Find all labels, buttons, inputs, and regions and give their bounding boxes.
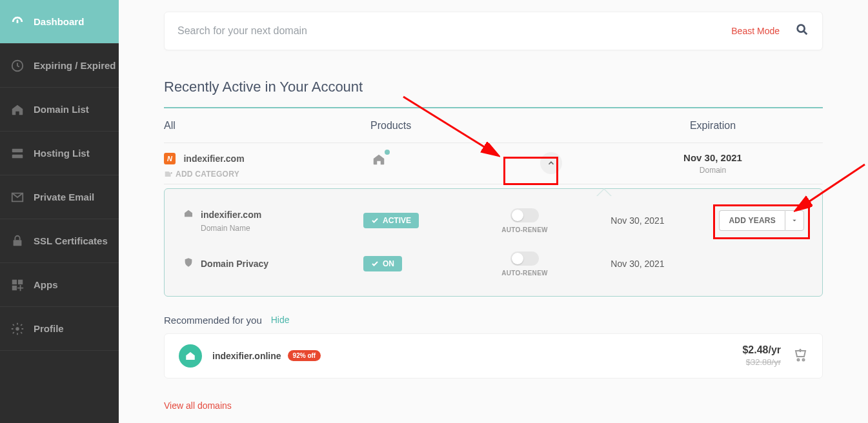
auto-renew-label: AUTO-RENEW xyxy=(479,226,570,233)
reco-domain[interactable]: indexifier.online xyxy=(212,351,281,361)
check-icon xyxy=(371,260,379,268)
svg-point-9 xyxy=(798,359,800,360)
sidebar-label: Dashboard xyxy=(34,16,84,27)
panel-row-domain: indexifier.com Domain Name ACTIVE AUTO-R… xyxy=(183,202,804,239)
lock-icon xyxy=(10,234,25,248)
svg-rect-5 xyxy=(18,279,23,284)
svg-rect-3 xyxy=(14,240,22,246)
annotation-arrow xyxy=(791,161,868,219)
apps-icon xyxy=(10,278,25,292)
panel-privacy-name[interactable]: Domain Privacy xyxy=(201,259,268,269)
auto-renew-toggle[interactable] xyxy=(510,251,539,266)
svg-rect-1 xyxy=(12,148,23,152)
search-bar: Beast Mode xyxy=(164,12,823,50)
status-label: ON xyxy=(383,259,394,268)
hide-link[interactable]: Hide xyxy=(271,315,290,325)
product-icon xyxy=(370,152,387,169)
add-to-cart-button[interactable] xyxy=(792,347,808,365)
reco-icon xyxy=(179,344,202,368)
sidebar-label: SSL Certificates xyxy=(34,235,108,246)
sidebar-label: Apps xyxy=(34,279,58,290)
sidebar-item-ssl[interactable]: SSL Certificates xyxy=(0,219,119,263)
price-old: $32.88/yr xyxy=(742,357,781,367)
domain-name[interactable]: indexifier.com xyxy=(183,153,244,164)
sidebar-label: Hosting List xyxy=(34,148,90,159)
panel-domain-name[interactable]: indexifier.com xyxy=(201,210,261,220)
sidebar-label: Profile xyxy=(34,323,64,334)
annotation-arrow xyxy=(400,93,510,164)
sidebar-item-domain-list[interactable]: Domain List xyxy=(0,88,119,132)
sidebar-item-dashboard[interactable]: Dashboard xyxy=(0,0,119,44)
svg-rect-4 xyxy=(12,279,17,284)
add-category-button[interactable]: ADD CATEGORY xyxy=(164,170,370,179)
svg-line-11 xyxy=(403,97,497,155)
price-now: $2.48/yr xyxy=(742,344,781,356)
shield-icon xyxy=(183,257,194,270)
panel-date: Nov 30, 2021 xyxy=(570,259,705,269)
sidebar-item-apps[interactable]: Apps xyxy=(0,263,119,307)
panel-row-privacy: Domain Privacy ON AUTO-RENEW Nov 30, 202… xyxy=(183,245,804,282)
annotation-box xyxy=(503,157,558,185)
recommended-title: Recommended for you xyxy=(164,315,262,326)
gear-icon xyxy=(10,322,25,336)
search-icon[interactable] xyxy=(795,23,809,39)
recommended-header: Recommended for you Hide xyxy=(164,315,823,326)
check-icon xyxy=(371,217,379,224)
mail-icon xyxy=(10,190,25,204)
svg-point-10 xyxy=(803,359,805,360)
panel-domain-sub: Domain Name xyxy=(201,224,363,233)
home-icon xyxy=(183,208,194,221)
expiration-type: Domain xyxy=(603,166,823,175)
add-category-label: ADD CATEGORY xyxy=(176,170,239,179)
status-badge-active: ACTIVE xyxy=(363,213,419,228)
sidebar-item-hosting-list[interactable]: Hosting List xyxy=(0,132,119,175)
col-header-all[interactable]: All xyxy=(164,120,370,132)
svg-rect-6 xyxy=(12,285,17,290)
auto-renew-label: AUTO-RENEW xyxy=(479,270,570,277)
server-icon xyxy=(10,146,25,161)
expiration-date: Nov 30, 2021 xyxy=(603,152,823,163)
sidebar-item-expiring[interactable]: Expiring / Expired xyxy=(0,44,119,88)
recommended-card: indexifier.online 92% off $2.48/yr $32.8… xyxy=(164,333,823,379)
sidebar-label: Domain List xyxy=(34,104,89,115)
auto-renew-toggle[interactable] xyxy=(510,208,539,222)
svg-point-7 xyxy=(15,327,19,331)
status-badge-on: ON xyxy=(363,256,402,271)
svg-point-8 xyxy=(798,25,805,32)
sidebar-item-profile[interactable]: Profile xyxy=(0,307,119,351)
clock-icon xyxy=(10,59,25,73)
beast-mode-link[interactable]: Beast Mode xyxy=(731,26,780,36)
svg-rect-2 xyxy=(12,154,23,158)
sidebar-label: Expiring / Expired xyxy=(34,60,116,71)
home-icon xyxy=(10,103,25,117)
sidebar-label: Private Email xyxy=(34,192,94,202)
discount-pill: 92% off xyxy=(288,350,321,361)
col-header-expiration[interactable]: Expiration xyxy=(603,120,823,132)
search-input[interactable] xyxy=(177,25,731,37)
view-all-domains-link[interactable]: View all domains xyxy=(164,400,823,411)
brand-icon: N xyxy=(164,153,176,164)
sidebar-item-private-email[interactable]: Private Email xyxy=(0,175,119,219)
status-label: ACTIVE xyxy=(383,216,411,225)
panel-date: Nov 30, 2021 xyxy=(570,215,705,226)
svg-line-12 xyxy=(797,164,865,210)
dashboard-icon xyxy=(10,15,25,29)
sidebar: Dashboard Expiring / Expired Domain List… xyxy=(0,0,119,423)
